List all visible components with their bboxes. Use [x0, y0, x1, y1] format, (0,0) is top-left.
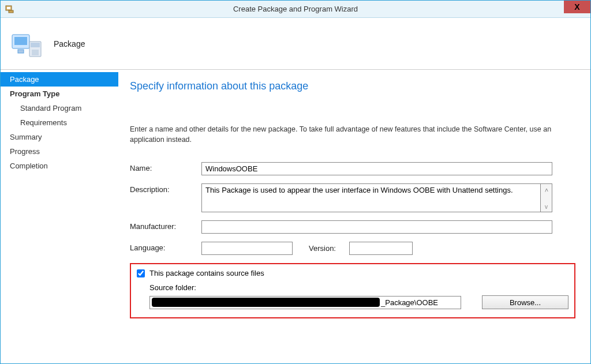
- row-language-version: Language: Version:: [130, 242, 575, 255]
- label-source-folder: Source folder:: [149, 283, 568, 292]
- step-program-type[interactable]: Program Type: [1, 87, 118, 101]
- scroll-up-icon[interactable]: ʌ: [541, 184, 552, 194]
- step-completion[interactable]: Completion: [1, 159, 118, 173]
- svg-rect-2: [9, 10, 13, 13]
- wizard-window: Create Package and Program Wizard X Pack…: [0, 0, 591, 364]
- titlebar: Create Package and Program Wizard X: [1, 1, 590, 18]
- browse-button[interactable]: Browse...: [482, 295, 568, 309]
- row-manufacturer: Manufacturer:: [130, 220, 575, 234]
- redacted-path: [152, 298, 380, 307]
- banner-title: Package: [54, 39, 85, 48]
- label-language: Language:: [130, 242, 201, 252]
- page-description: Enter a name and other details for the n…: [130, 125, 557, 145]
- step-progress[interactable]: Progress: [1, 144, 118, 159]
- body-area: Package Program Type Standard Program Re…: [1, 70, 590, 363]
- wizard-steps-sidebar: Package Program Type Standard Program Re…: [1, 70, 118, 363]
- input-language[interactable]: [201, 242, 293, 255]
- label-source-checkbox: This package contains source files: [149, 269, 264, 277]
- label-name: Name:: [130, 162, 201, 172]
- page-heading: Specify information about this package: [130, 80, 575, 92]
- row-description: Description: ʌ v: [130, 183, 575, 212]
- svg-rect-8: [32, 50, 39, 55]
- package-icon: [11, 30, 43, 58]
- app-icon: [5, 5, 14, 14]
- step-package[interactable]: Package: [1, 72, 118, 87]
- step-summary[interactable]: Summary: [1, 130, 118, 144]
- label-description: Description:: [130, 183, 201, 194]
- source-files-group: This package contains source files Sourc…: [130, 263, 575, 318]
- step-standard-program[interactable]: Standard Program: [1, 101, 118, 115]
- row-name: Name:: [130, 162, 575, 175]
- main-panel: Specify information about this package E…: [118, 70, 590, 363]
- label-manufacturer: Manufacturer:: [130, 220, 201, 231]
- input-manufacturer[interactable]: [201, 220, 552, 234]
- svg-rect-1: [7, 7, 10, 9]
- svg-rect-5: [18, 50, 24, 53]
- close-button[interactable]: X: [564, 1, 590, 13]
- header-banner: Package: [1, 18, 590, 70]
- input-version[interactable]: [349, 242, 413, 255]
- step-requirements[interactable]: Requirements: [1, 115, 118, 130]
- svg-rect-4: [14, 37, 27, 45]
- input-description[interactable]: [201, 183, 541, 212]
- label-version: Version:: [309, 244, 349, 253]
- svg-rect-7: [31, 43, 40, 47]
- checkbox-source-files[interactable]: [137, 269, 145, 277]
- window-title: Create Package and Program Wizard: [233, 5, 358, 13]
- textarea-scrollbar[interactable]: ʌ v: [541, 183, 552, 212]
- input-name[interactable]: [201, 162, 552, 175]
- scroll-down-icon[interactable]: v: [541, 201, 552, 212]
